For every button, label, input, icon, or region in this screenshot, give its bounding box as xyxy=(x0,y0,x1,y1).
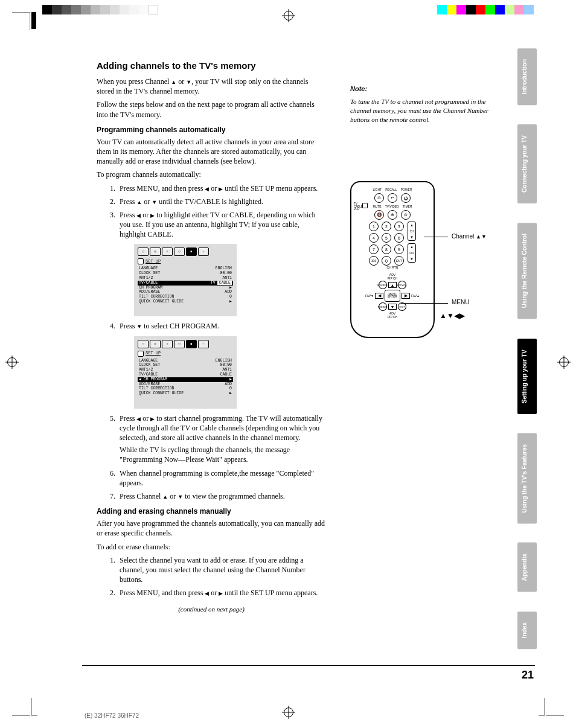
freeze-button: FREEZE xyxy=(377,301,389,313)
step: Press ▼ to select CH PROGRAM. ▢◎☼▢■☆ SET… xyxy=(117,321,326,408)
power-button: ⏻ xyxy=(401,193,411,203)
num-8: 8 xyxy=(382,244,391,254)
mute-button: 🔇 xyxy=(374,210,384,220)
up-arrow-icon: ▲ xyxy=(476,234,481,240)
num-100: 100 xyxy=(369,256,379,266)
side-tab: Connecting your TV xyxy=(517,124,537,203)
locate-button: LOCATE xyxy=(396,279,408,291)
num-7: 7 xyxy=(369,244,379,254)
down-arrow-icon: ▼ xyxy=(136,324,142,330)
callout-channel: Channel ▲▼ xyxy=(452,233,487,240)
intro-para: When you press Channel ▲ or ▼, your TV w… xyxy=(97,77,326,96)
osd-menu-screenshot: ▢◎☼▢■☆ SET UP LANGUAGEENGLISHCLOCK SET00… xyxy=(134,336,237,409)
step: Press Channel ▲ or ▼ to view the program… xyxy=(117,491,326,501)
body-text: After you have programmed the channels a… xyxy=(97,519,326,538)
page-rule xyxy=(82,665,535,666)
remote-diagram: LIGHTRECALLPOWER ⊙↩⏻ TVCABLEVCR MUTETV/V… xyxy=(350,181,507,350)
side-tab: Introduction xyxy=(517,48,537,105)
page-content: Adding channels to the TV's memory When … xyxy=(97,60,495,618)
num-0: 0 xyxy=(382,256,391,266)
up-arrow-icon: ▲ xyxy=(171,79,176,85)
down-arrow-icon: ▼ xyxy=(152,199,157,205)
num-4: 4 xyxy=(369,233,379,243)
crop-mark xyxy=(12,698,30,716)
step: Press MENU, and then press ◀ or ▶ until … xyxy=(117,184,326,193)
registration-mark xyxy=(7,357,17,367)
intro-para: Follow the steps below and on the next p… xyxy=(97,100,326,119)
crop-mark xyxy=(546,698,564,716)
side-tabs: IntroductionConnecting your TVUsing the … xyxy=(517,48,537,649)
down-arrow-icon: ▼ xyxy=(186,79,191,85)
step: Press ◀ or ▶ to highlight either TV or C… xyxy=(117,210,326,317)
page-number: 21 xyxy=(522,669,534,682)
body-text: Your TV can automatically detect all act… xyxy=(97,137,326,167)
crop-mark xyxy=(12,12,30,30)
crop-mark xyxy=(539,698,545,716)
note-box: Note: To tune the TV to a channel not pr… xyxy=(350,85,495,127)
step: Press MENU, and then press ◀ or ▶ until … xyxy=(117,588,326,598)
callout-menu: MENU xyxy=(452,299,469,305)
callout-line xyxy=(424,237,448,237)
color-bar xyxy=(42,5,158,14)
registration-mark xyxy=(284,11,293,21)
source-button: SOURCE xyxy=(377,279,389,291)
tvvideo-button: ⊕ xyxy=(388,210,397,220)
num-2: 2 xyxy=(382,222,391,231)
nav-down: ▼ xyxy=(388,304,397,310)
num-3: 3 xyxy=(394,222,404,231)
down-arrow-icon: ▼ xyxy=(178,494,183,500)
subheading: Programming channels automatically xyxy=(97,126,326,134)
registration-mark xyxy=(559,357,569,367)
num-5: 5 xyxy=(382,233,391,243)
osd-menu-screenshot: ▢◎☼▢■☆ SET UP LANGUAGEENGLISHCLOCK SET00… xyxy=(134,244,237,316)
body-text: To program channels automatically: xyxy=(97,170,326,179)
light-button: ⊙ xyxy=(374,193,384,203)
subheading: Adding and erasing channels manually xyxy=(97,507,326,516)
num-6: 6 xyxy=(394,233,404,243)
channel-rocker: ▲CH▼ xyxy=(408,222,416,241)
nav-up: ▲ xyxy=(388,282,397,288)
up-arrow-icon: ▲ xyxy=(136,199,142,205)
num-9: 9 xyxy=(394,244,404,254)
up-arrow-icon: ▲ xyxy=(162,494,168,500)
step: Press ▲ or ▼ until the TV/CABLE is highl… xyxy=(117,197,326,206)
timer-button: ⊙ xyxy=(401,210,411,220)
side-tab: Setting up your TV xyxy=(517,339,537,414)
menu-button: MENUENTER xyxy=(385,290,400,302)
mode-switch xyxy=(362,203,368,208)
color-bar xyxy=(437,5,534,14)
registration-mark xyxy=(284,707,293,717)
nav-right: ▶ xyxy=(402,293,410,299)
callout-line xyxy=(401,303,448,304)
side-tab: Using the TV's Features xyxy=(517,433,537,524)
num-1: 1 xyxy=(369,222,379,231)
crop-mark xyxy=(31,12,36,29)
side-tab: Appendix xyxy=(517,543,537,592)
nav-left: ◀ xyxy=(375,293,383,299)
footer-code: (E) 32HF72 36HF72 xyxy=(85,712,139,719)
page-title: Adding channels to the TV's memory xyxy=(97,60,495,71)
volume-rocker: ▲VOL▼ xyxy=(408,243,416,263)
steps-list: Press MENU, and then press ◀ or ▶ until … xyxy=(97,184,326,502)
crop-mark xyxy=(31,698,37,716)
step: When channel programming is complete,the… xyxy=(117,468,326,488)
down-arrow-icon: ▼ xyxy=(481,234,487,240)
step: Select the channel you want to add or er… xyxy=(117,555,326,585)
steps-list: Select the channel you want to add or er… xyxy=(97,555,326,598)
side-tab: Index xyxy=(517,611,537,649)
callout-arrows: ▲▼◀▶ xyxy=(440,311,465,320)
side-tab: Using the Remote Control xyxy=(517,223,537,319)
ent-button: ENT xyxy=(394,256,404,266)
body-text: To add or erase channels: xyxy=(97,542,326,552)
recall-button: ↩ xyxy=(388,193,397,203)
continued-note: (continued on next page) xyxy=(97,605,326,614)
step: Press ◀ or ▶ to start channel programmin… xyxy=(117,413,326,465)
